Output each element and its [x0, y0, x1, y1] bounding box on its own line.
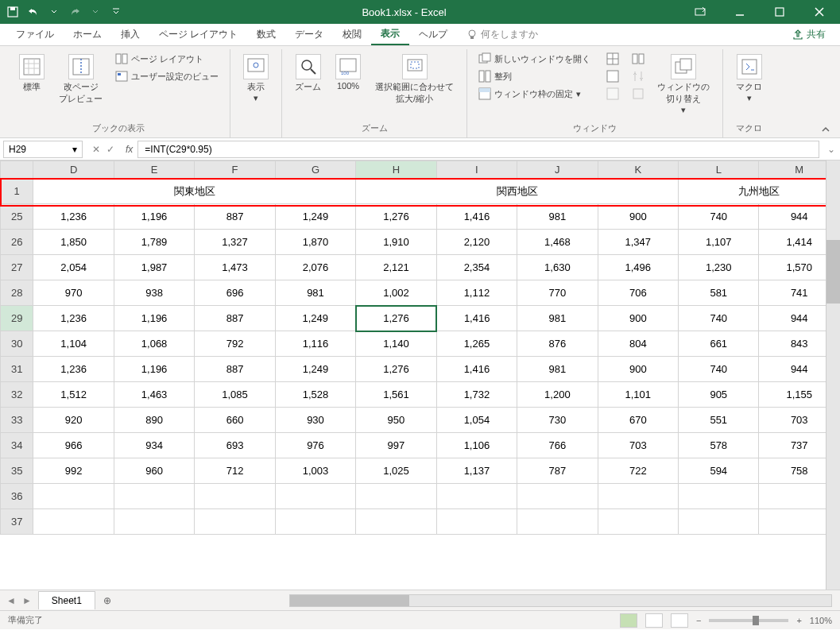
cell-D37[interactable]	[33, 509, 114, 535]
cell-E25[interactable]: 1,196	[114, 204, 194, 230]
macro-button[interactable]: マクロ ▾	[731, 51, 767, 106]
cell-F31[interactable]: 887	[195, 357, 275, 382]
cell-L26[interactable]: 1,107	[679, 230, 759, 255]
cell-I36[interactable]	[436, 484, 517, 509]
col-head-L[interactable]: L	[679, 161, 759, 179]
cell-K26[interactable]: 1,347	[598, 230, 678, 255]
cell-F33[interactable]: 660	[195, 408, 275, 433]
zoom-in-button[interactable]: +	[796, 616, 801, 625]
row-head-35[interactable]: 35	[1, 458, 33, 484]
col-head-E[interactable]: E	[114, 161, 194, 179]
cell-H25[interactable]: 1,276	[356, 204, 436, 230]
cell-E31[interactable]: 1,196	[114, 357, 194, 382]
cell-H37[interactable]	[356, 509, 436, 535]
cell-L32[interactable]: 905	[679, 382, 759, 408]
cell-header-kansai[interactable]: 関西地区	[356, 179, 679, 204]
cell-E28[interactable]: 938	[114, 280, 194, 306]
cell-G31[interactable]: 1,249	[275, 357, 355, 382]
cell-J29[interactable]: 981	[517, 306, 598, 331]
new-window-button[interactable]: 新しいウィンドウを開く	[475, 51, 594, 67]
select-all-corner[interactable]	[1, 161, 33, 179]
cell-E33[interactable]: 890	[114, 408, 194, 433]
share-button[interactable]: 共有	[784, 25, 834, 44]
cell-D26[interactable]: 1,850	[33, 230, 114, 255]
expand-formula-icon[interactable]: ⌄	[823, 144, 840, 155]
cell-G29[interactable]: 1,249	[275, 306, 355, 331]
minimize-icon[interactable]	[726, 1, 754, 23]
cell-L35[interactable]: 594	[679, 458, 759, 484]
cell-J32[interactable]: 1,200	[517, 382, 598, 408]
cell-J31[interactable]: 981	[517, 357, 598, 382]
tab-data[interactable]: データ	[285, 25, 333, 44]
col-head-H[interactable]: H	[356, 161, 436, 179]
undo-icon[interactable]	[27, 6, 40, 18]
reset-pos-button[interactable]	[629, 86, 648, 102]
cell-D34[interactable]: 966	[33, 433, 114, 458]
redo-icon[interactable]	[68, 6, 81, 18]
cell-G35[interactable]: 1,003	[275, 458, 355, 484]
ribbon-display-icon[interactable]	[686, 1, 714, 23]
cell-E35[interactable]: 960	[114, 458, 194, 484]
cell-L30[interactable]: 661	[679, 331, 759, 357]
cell-H35[interactable]: 1,025	[356, 458, 436, 484]
scrollbar-thumb[interactable]	[290, 595, 409, 606]
col-head-J[interactable]: J	[517, 161, 598, 179]
col-head-F[interactable]: F	[195, 161, 275, 179]
cell-J37[interactable]	[517, 509, 598, 535]
tab-review[interactable]: 校閲	[333, 25, 371, 44]
cell-L25[interactable]: 740	[679, 204, 759, 230]
row-head-37[interactable]: 37	[1, 509, 33, 535]
cell-E26[interactable]: 1,789	[114, 230, 194, 255]
cell-F26[interactable]: 1,327	[195, 230, 275, 255]
cell-G26[interactable]: 1,870	[275, 230, 355, 255]
scrollbar-thumb[interactable]	[826, 240, 840, 304]
show-button[interactable]: 表示 ▾	[238, 51, 273, 106]
horizontal-scrollbar[interactable]	[289, 594, 832, 607]
cell-F36[interactable]	[195, 484, 275, 509]
fx-icon[interactable]: fx	[121, 144, 137, 155]
cell-E27[interactable]: 1,987	[114, 255, 194, 280]
cell-I29[interactable]: 1,416	[436, 306, 517, 331]
cell-K33[interactable]: 670	[598, 408, 678, 433]
add-sheet-button[interactable]: ⊕	[95, 595, 119, 606]
cell-L31[interactable]: 740	[679, 357, 759, 382]
col-head-D[interactable]: D	[33, 161, 114, 179]
sync-scroll-button[interactable]	[629, 68, 648, 84]
cell-J25[interactable]: 981	[517, 204, 598, 230]
cell-G33[interactable]: 930	[275, 408, 355, 433]
tab-insert[interactable]: 挿入	[111, 25, 149, 44]
sheet-next-icon[interactable]: ►	[22, 595, 32, 606]
pagebreak-preview-button[interactable]: 改ページ プレビュー	[54, 51, 107, 108]
save-icon[interactable]	[6, 6, 19, 18]
cell-D31[interactable]: 1,236	[33, 357, 114, 382]
row-head-31[interactable]: 31	[1, 357, 33, 382]
pagelayout-status-button[interactable]	[645, 613, 663, 628]
tell-me[interactable]: 何をしますか	[457, 28, 548, 41]
cell-H32[interactable]: 1,561	[356, 382, 436, 408]
cell-F32[interactable]: 1,085	[195, 382, 275, 408]
cell-header-kyushu[interactable]: 九州地区	[679, 179, 840, 204]
zoom-level[interactable]: 110%	[810, 616, 832, 625]
cell-D36[interactable]	[33, 484, 114, 509]
cell-H26[interactable]: 1,910	[356, 230, 436, 255]
cell-I37[interactable]	[436, 509, 517, 535]
cell-I25[interactable]: 1,416	[436, 204, 517, 230]
col-head-K[interactable]: K	[598, 161, 678, 179]
cell-K37[interactable]	[598, 509, 678, 535]
cell-L33[interactable]: 551	[679, 408, 759, 433]
cell-D28[interactable]: 970	[33, 280, 114, 306]
tab-file[interactable]: ファイル	[6, 25, 64, 44]
cell-J28[interactable]: 770	[517, 280, 598, 306]
row-head-26[interactable]: 26	[1, 230, 33, 255]
tab-pagelayout[interactable]: ページ レイアウト	[149, 25, 247, 44]
cell-H30[interactable]: 1,140	[356, 331, 436, 357]
cell-J26[interactable]: 1,468	[517, 230, 598, 255]
cell-H34[interactable]: 997	[356, 433, 436, 458]
cell-H36[interactable]	[356, 484, 436, 509]
pagebreak-status-button[interactable]	[671, 613, 688, 628]
cell-I34[interactable]: 1,106	[436, 433, 517, 458]
tab-home[interactable]: ホーム	[64, 25, 111, 44]
cell-D30[interactable]: 1,104	[33, 331, 114, 357]
cell-G27[interactable]: 2,076	[275, 255, 355, 280]
cell-I35[interactable]: 1,137	[436, 458, 517, 484]
